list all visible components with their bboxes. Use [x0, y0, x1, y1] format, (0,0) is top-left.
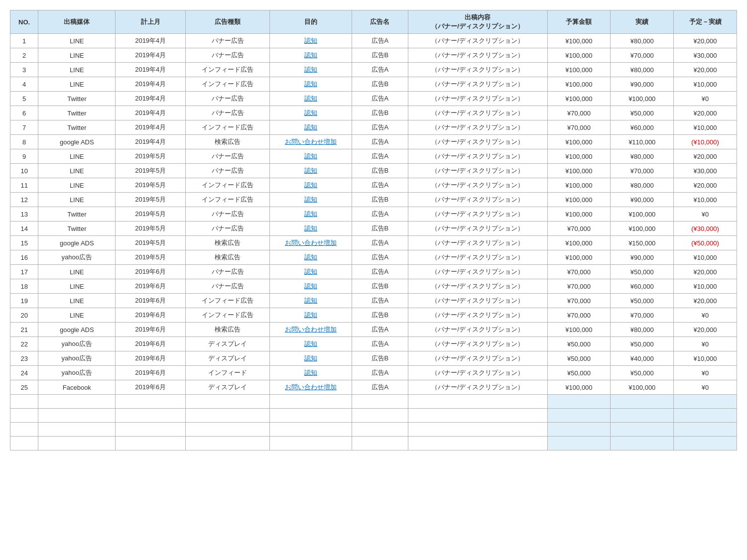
table-cell: （バナー/ディスクリプション）: [408, 63, 547, 77]
table-cell: （バナー/ディスクリプション）: [408, 380, 547, 395]
table-cell: ¥150,000: [611, 236, 674, 250]
header-media: 出稿媒体: [38, 10, 116, 34]
table-cell: （バナー/ディスクリプション）: [408, 337, 547, 351]
table-cell: 広告A: [352, 178, 408, 193]
table-cell: 2019年5月: [116, 149, 186, 164]
table-cell: ¥10,000: [674, 120, 737, 135]
table-row: 5Twitter2019年4月バナー広告認知広告A（バナー/ディスクリプション）…: [10, 92, 737, 106]
table-cell: 2: [10, 48, 38, 63]
empty-row: [10, 423, 737, 437]
table-cell: 広告A: [352, 250, 408, 265]
table-cell: LINE: [38, 77, 116, 92]
table-cell: 2019年6月: [116, 351, 186, 366]
header-month: 計上月: [116, 10, 186, 34]
table-cell: （バナー/ディスクリプション）: [408, 250, 547, 265]
table-cell: ¥20,000: [674, 323, 737, 337]
table-cell: バナー広告: [186, 222, 270, 236]
table-cell: (¥30,000): [674, 222, 737, 236]
table-cell: バナー広告: [186, 164, 270, 178]
table-cell: 認知: [270, 207, 352, 222]
table-cell: 広告A: [352, 149, 408, 164]
header-content: 出稿内容 （バナー/ディスクリプション）: [408, 10, 547, 34]
table-cell: LINE: [38, 294, 116, 308]
table-cell: LINE: [38, 149, 116, 164]
table-row: 24yahoo広告2019年6月インフィード認知広告A（バナー/ディスクリプショ…: [10, 366, 737, 380]
table-cell: 2019年5月: [116, 222, 186, 236]
table-cell: 3: [10, 63, 38, 77]
table-cell: 2019年5月: [116, 207, 186, 222]
table-cell: 広告A: [352, 337, 408, 351]
table-cell: 広告B: [352, 77, 408, 92]
table-cell: Twitter: [38, 207, 116, 222]
table-cell: ¥100,000: [547, 236, 611, 250]
table-cell: 15: [10, 236, 38, 250]
table-cell: 23: [10, 351, 38, 366]
table-cell: 2019年5月: [116, 250, 186, 265]
table-cell: 広告B: [352, 222, 408, 236]
table-cell: 6: [10, 106, 38, 120]
table-cell: 検索広告: [186, 323, 270, 337]
table-cell: Twitter: [38, 222, 116, 236]
table-cell: （バナー/ディスクリプション）: [408, 48, 547, 63]
header-adname: 広告名: [352, 10, 408, 34]
empty-row: [10, 437, 737, 450]
table-row: 8google ADS2019年4月検索広告お問い合わせ増加広告A（バナー/ディ…: [10, 135, 737, 149]
table-cell: LINE: [38, 48, 116, 63]
table-cell: 20: [10, 308, 38, 323]
table-cell: ¥60,000: [611, 279, 674, 294]
table-row: 25Facebook2019年6月ディスプレイお問い合わせ増加広告A（バナー/デ…: [10, 380, 737, 395]
table-row: 18LINE2019年6月バナー広告認知広告B（バナー/ディスクリプション）¥7…: [10, 279, 737, 294]
table-row: 7Twitter2019年4月インフィード広告認知広告A（バナー/ディスクリプシ…: [10, 120, 737, 135]
table-cell: 広告B: [352, 279, 408, 294]
table-cell: インフィード広告: [186, 308, 270, 323]
table-cell: （バナー/ディスクリプション）: [408, 265, 547, 279]
table-cell: 検索広告: [186, 236, 270, 250]
header-adtype: 広告種類: [186, 10, 270, 34]
table-cell: LINE: [38, 308, 116, 323]
table-cell: （バナー/ディスクリプション）: [408, 77, 547, 92]
table-cell: 2019年6月: [116, 380, 186, 395]
table-cell: ¥50,000: [611, 265, 674, 279]
empty-row: [10, 395, 737, 409]
ad-data-table: NO. 出稿媒体 計上月 広告種類 目的 広告名 出稿内容 （バナー/ディスクリ…: [10, 10, 737, 450]
table-cell: インフィード広告: [186, 294, 270, 308]
table-cell: ¥100,000: [547, 178, 611, 193]
table-cell: ¥100,000: [547, 164, 611, 178]
table-cell: 認知: [270, 308, 352, 323]
table-cell: 10: [10, 164, 38, 178]
table-cell: 2019年4月: [116, 63, 186, 77]
table-cell: google ADS: [38, 323, 116, 337]
table-cell: ¥20,000: [674, 34, 737, 48]
table-cell: 広告A: [352, 135, 408, 149]
table-cell: 広告A: [352, 323, 408, 337]
table-cell: ¥20,000: [674, 294, 737, 308]
table-cell: 広告A: [352, 92, 408, 106]
table-row: 19LINE2019年6月インフィード広告認知広告A（バナー/ディスクリプション…: [10, 294, 737, 308]
table-cell: 4: [10, 77, 38, 92]
table-cell: （バナー/ディスクリプション）: [408, 34, 547, 48]
table-row: 17LINE2019年6月バナー広告認知広告A（バナー/ディスクリプション）¥7…: [10, 265, 737, 279]
table-cell: ¥0: [674, 380, 737, 395]
table-cell: 13: [10, 207, 38, 222]
table-cell: Twitter: [38, 120, 116, 135]
table-cell: ¥10,000: [674, 250, 737, 265]
table-cell: （バナー/ディスクリプション）: [408, 149, 547, 164]
table-cell: お問い合わせ増加: [270, 236, 352, 250]
table-cell: ¥10,000: [674, 77, 737, 92]
table-cell: バナー広告: [186, 207, 270, 222]
table-cell: 認知: [270, 77, 352, 92]
table-cell: LINE: [38, 63, 116, 77]
table-cell: ¥70,000: [547, 308, 611, 323]
table-cell: google ADS: [38, 135, 116, 149]
table-cell: 広告B: [352, 193, 408, 207]
table-cell: ¥40,000: [611, 351, 674, 366]
table-cell: ¥100,000: [547, 207, 611, 222]
header-diff: 予定－実績: [674, 10, 737, 34]
table-cell: （バナー/ディスクリプション）: [408, 120, 547, 135]
table-cell: ¥10,000: [674, 279, 737, 294]
table-cell: ¥20,000: [674, 265, 737, 279]
table-cell: 広告A: [352, 236, 408, 250]
table-cell: ¥100,000: [547, 380, 611, 395]
table-cell: 認知: [270, 164, 352, 178]
table-cell: (¥10,000): [674, 135, 737, 149]
